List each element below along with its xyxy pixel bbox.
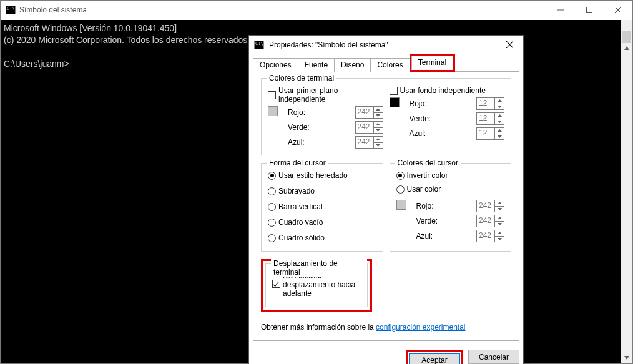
tab-terminal[interactable]: Terminal xyxy=(411,56,453,70)
svg-rect-0 xyxy=(587,7,592,12)
scroll-up-button[interactable] xyxy=(621,42,632,53)
tab-colors[interactable]: Colores xyxy=(370,58,410,72)
spin-buttons[interactable] xyxy=(374,136,383,149)
spin-buttons[interactable] xyxy=(374,121,383,134)
cmd-icon xyxy=(6,6,16,14)
cancel-button[interactable]: Cancelar xyxy=(468,350,519,364)
titlebar: Símbolo del sistema xyxy=(1,1,632,19)
label: Rojo: xyxy=(416,202,471,210)
cursor-blue-spinner[interactable]: 242 xyxy=(476,230,504,242)
label: Verde: xyxy=(410,114,471,123)
scrollbar[interactable] xyxy=(621,20,632,363)
spin-buttons[interactable] xyxy=(495,112,504,125)
radio-invert-color[interactable] xyxy=(396,172,405,180)
bg-green-spinner[interactable]: 12 xyxy=(476,112,504,125)
fg-green-spinner[interactable]: 242 xyxy=(355,121,383,134)
label: Verde: xyxy=(288,123,349,132)
label: Usar estilo heredado xyxy=(278,171,348,180)
spin-buttons[interactable] xyxy=(495,215,504,227)
group-cursor-shape: Forma del cursor Usar estilo heredado Su… xyxy=(261,163,383,252)
fg-swatch[interactable] xyxy=(268,106,278,116)
dialog-close-button[interactable] xyxy=(496,36,523,54)
terminal-line: Microsoft Windows [Versión 10.0.19041.45… xyxy=(4,23,177,33)
close-button[interactable] xyxy=(604,1,632,19)
tab-font[interactable]: Fuente xyxy=(298,58,335,72)
experimental-config-link[interactable]: configuración experimental xyxy=(376,323,465,332)
group-title: Colores de terminal xyxy=(267,74,336,82)
radio-underline[interactable] xyxy=(268,187,276,195)
highlight-scroll-group: Desplazamiento de terminal Deshabilitar … xyxy=(261,259,372,312)
label: Cuadro vacío xyxy=(278,218,323,227)
cursor-swatch[interactable] xyxy=(396,200,406,210)
radio-solid-box[interactable] xyxy=(268,234,276,242)
cursor-red-spinner[interactable]: 242 xyxy=(476,200,504,212)
group-cursor-colors: Colores del cursor Invertir color Usar c… xyxy=(390,163,512,252)
group-terminal-colors: Colores de terminal Usar primer plano in… xyxy=(261,78,511,155)
spin-buttons[interactable] xyxy=(495,230,504,242)
label: Azul: xyxy=(410,129,471,138)
radio-empty-box[interactable] xyxy=(268,219,276,227)
radio-vertical-bar[interactable] xyxy=(268,203,276,211)
radio-legacy[interactable] xyxy=(268,172,276,180)
bg-blue-spinner[interactable]: 12 xyxy=(476,127,504,140)
highlight-ok-button: Aceptar xyxy=(406,350,463,364)
window-controls xyxy=(546,1,632,19)
highlight-terminal-tab: Terminal xyxy=(410,54,455,72)
spin-buttons[interactable] xyxy=(495,200,504,212)
tab-page-terminal: Colores de terminal Usar primer plano in… xyxy=(253,72,519,341)
scroll-thumb[interactable] xyxy=(622,31,631,43)
info-text: Obtener más información sobre la configu… xyxy=(261,323,511,332)
fg-red-spinner[interactable]: 242 xyxy=(355,106,383,119)
maximize-button[interactable] xyxy=(575,1,604,19)
checkbox-use-fg[interactable] xyxy=(268,91,276,99)
label: Barra vertical xyxy=(278,202,323,211)
group-title: Forma del cursor xyxy=(267,159,328,167)
ok-button[interactable]: Aceptar xyxy=(409,353,460,364)
spin-buttons[interactable] xyxy=(374,106,383,119)
label: Usar primer plano independiente xyxy=(278,86,383,104)
radio-use-color[interactable] xyxy=(396,185,405,194)
minimize-button[interactable] xyxy=(546,1,575,19)
group-terminal-scroll: Desplazamiento de terminal Deshabilitar … xyxy=(265,263,368,307)
window-title: Símbolo del sistema xyxy=(19,6,87,14)
cursor-green-spinner[interactable]: 242 xyxy=(476,215,504,227)
label: Rojo: xyxy=(410,99,471,108)
tab-layout[interactable]: Diseño xyxy=(334,58,371,72)
dialog-title: Propiedades: "Símbolo del sistema" xyxy=(269,41,388,49)
label: Verde: xyxy=(416,217,471,225)
checkbox-disable-forward-scroll[interactable] xyxy=(272,280,280,288)
label: Invertir color xyxy=(407,171,448,180)
label: Rojo: xyxy=(288,108,349,117)
dialog-buttons: Aceptar Cancelar xyxy=(253,350,519,364)
label: Cuadro sólido xyxy=(278,234,325,242)
spin-buttons[interactable] xyxy=(495,127,504,140)
label: Usar fondo independiente xyxy=(400,86,486,95)
checkbox-use-bg[interactable] xyxy=(390,87,398,95)
bg-red-spinner[interactable]: 12 xyxy=(476,97,504,110)
terminal-line: (c) 2020 Microsoft Corporation. Todos lo… xyxy=(4,35,250,45)
group-title: Colores del cursor xyxy=(395,159,461,167)
bg-swatch[interactable] xyxy=(390,97,400,107)
dialog-titlebar: Propiedades: "Símbolo del sistema" xyxy=(249,36,523,54)
scroll-down-button[interactable] xyxy=(621,352,632,363)
cmd-icon xyxy=(254,41,264,49)
tab-strip: Opciones Fuente Diseño Colores Terminal xyxy=(253,56,519,72)
fg-column: Usar primer plano independiente Rojo: 24… xyxy=(268,86,383,149)
spin-buttons[interactable] xyxy=(495,97,504,110)
label: Usar color xyxy=(407,185,441,194)
fg-blue-spinner[interactable]: 242 xyxy=(355,136,383,149)
bg-column: Usar fondo independiente Rojo: 12 Verde:… xyxy=(390,86,505,149)
properties-dialog: Propiedades: "Símbolo del sistema" Opcio… xyxy=(248,35,524,364)
terminal-line: C:\Users\juanm> xyxy=(4,59,69,69)
group-title: Desplazamiento de terminal xyxy=(271,259,367,277)
tab-options[interactable]: Opciones xyxy=(253,58,298,72)
label: Subrayado xyxy=(278,187,315,195)
label: Azul: xyxy=(288,138,349,147)
label: Azul: xyxy=(416,232,471,240)
